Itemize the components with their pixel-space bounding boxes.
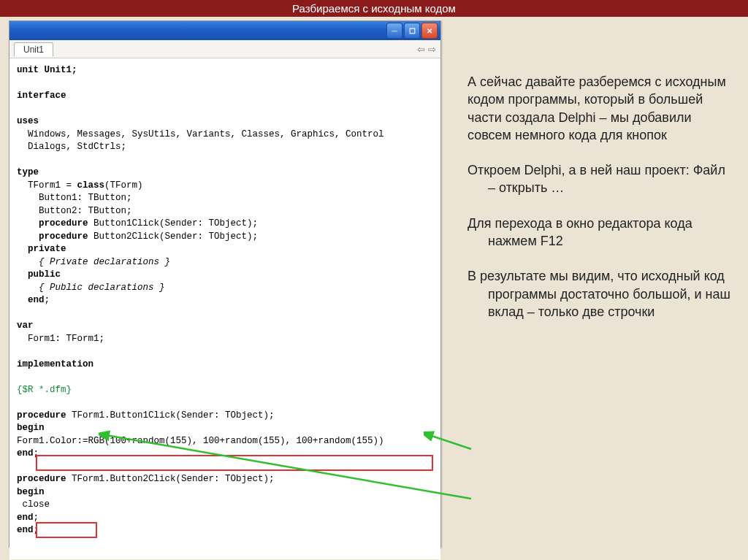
editor-toolbar: Unit1 ⇦ ⇨ bbox=[9, 40, 440, 58]
code-line: type bbox=[17, 167, 39, 177]
maximize-button[interactable]: ☐ bbox=[404, 23, 420, 39]
minimize-button[interactable]: ─ bbox=[386, 23, 402, 39]
window-titlebar: ─ ☐ ✕ bbox=[9, 21, 440, 40]
code-line: uses bbox=[17, 116, 39, 126]
code-editor[interactable]: unit Unit1; interface uses Windows, Mess… bbox=[9, 58, 440, 559]
paragraph-1: А сейчас давайте разберемся с исходным к… bbox=[468, 73, 730, 144]
code-line: {$R *.dfm} bbox=[17, 385, 72, 395]
nav-arrows: ⇦ ⇨ bbox=[417, 44, 436, 55]
explanation-text: А сейчас давайте разберемся с исходным к… bbox=[468, 73, 730, 338]
code-line: Button2: TButton; bbox=[17, 206, 132, 216]
highlight-box-1 bbox=[36, 455, 433, 471]
code-line: Button1: TButton; bbox=[17, 193, 132, 203]
code-line: Windows, Messages, SysUtils, Variants, C… bbox=[17, 129, 384, 139]
slide-title: Разбираемся с исходным кодом bbox=[0, 0, 748, 17]
code-line: Dialogs, StdCtrls; bbox=[17, 142, 126, 152]
code-line: interface bbox=[17, 91, 66, 101]
code-line: Form1: TForm1; bbox=[17, 334, 104, 344]
paragraph-2: Откроем Delphi, а в ней наш проект: Файл… bbox=[468, 161, 730, 197]
code-line: { Private declarations } bbox=[17, 257, 170, 267]
nav-forward-icon[interactable]: ⇨ bbox=[428, 44, 436, 55]
paragraph-3: Для перехода в окно редактора кода нажме… bbox=[468, 215, 730, 250]
code-line: begin bbox=[17, 487, 45, 497]
nav-back-icon[interactable]: ⇦ bbox=[417, 44, 425, 55]
highlight-box-2 bbox=[36, 522, 97, 538]
code-line: close bbox=[17, 499, 50, 510]
code-line: implementation bbox=[17, 359, 94, 369]
code-line: Form1.Color:=RGB(100+random(155), 100+ra… bbox=[17, 436, 384, 446]
close-button[interactable]: ✕ bbox=[421, 23, 438, 39]
delphi-editor-window: ─ ☐ ✕ Unit1 ⇦ ⇨ unit Unit1; interface us… bbox=[9, 20, 441, 548]
paragraph-4: В результате мы видим, что исходный код … bbox=[468, 267, 730, 321]
file-tab-unit1[interactable]: Unit1 bbox=[14, 42, 53, 56]
code-line: var bbox=[17, 321, 34, 331]
code-line: { Public declarations } bbox=[17, 283, 165, 293]
code-line: unit Unit1; bbox=[17, 65, 77, 75]
code-line: begin bbox=[17, 423, 45, 433]
